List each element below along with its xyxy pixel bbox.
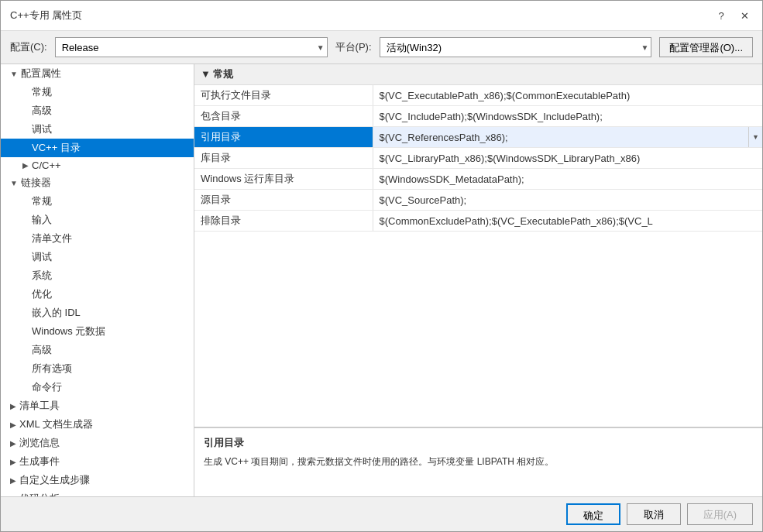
tree-toggle: ▶ <box>22 161 29 170</box>
config-label: 配置(C): <box>10 40 47 54</box>
tree-item-label: 浏览信息 <box>19 436 60 450</box>
prop-row-excl-dir[interactable]: 排除目录$(CommonExcludePath);$(VC_Executable… <box>194 211 762 232</box>
tree-item-linker-advanced[interactable]: 高级 <box>1 341 194 359</box>
tree-toggle: ▼ <box>10 179 18 187</box>
prop-value: $(CommonExcludePath);$(VC_ExecutablePath… <box>373 211 762 232</box>
tree-item-debug[interactable]: 调试 <box>1 120 194 139</box>
tree-item-vcpp-dirs[interactable]: VC++ 目录 <box>1 139 194 157</box>
tree-item-linker-idl[interactable]: 嵌入的 IDL <box>1 304 194 322</box>
description-panel: 引用目录 生成 VC++ 项目期间，搜索元数据文件时使用的路径。与环境变量 LI… <box>194 427 762 496</box>
prop-row-src-dir[interactable]: 源目录$(VC_SourcePath); <box>194 190 762 211</box>
tree-item-linker-system[interactable]: 系统 <box>1 266 194 285</box>
tree-item-manifest-tool[interactable]: ▶ 清单工具 <box>1 396 194 415</box>
tree-item-label: 配置属性 <box>21 67 61 81</box>
tree-item-label: 输入 <box>32 213 52 227</box>
title-bar: C++专用 属性页 ? ✕ <box>1 1 762 31</box>
tree-item-linker-manifest[interactable]: 清单文件 <box>1 229 194 248</box>
bottom-bar: 确定 取消 应用(A) <box>1 496 762 531</box>
tree-item-label: 调试 <box>32 122 52 136</box>
tree-item-xml-gen[interactable]: ▶ XML 文档生成器 <box>1 415 194 434</box>
tree-toggle: ▼ <box>10 70 18 78</box>
tree-item-label: 生成事件 <box>19 455 60 469</box>
prop-row-winrt-dir[interactable]: Windows 运行库目录$(WindowsSDK_MetadataPath); <box>194 169 762 190</box>
prop-label: 库目录 <box>194 148 373 169</box>
prop-value[interactable]: $(VC_ReferencesPath_x86);▼ <box>373 127 762 148</box>
prop-row-ref-dir[interactable]: 引用目录$(VC_ReferencesPath_x86);▼ <box>194 127 762 148</box>
tree-item-linker[interactable]: ▼ 链接器 <box>1 173 194 192</box>
tree-toggle: ▶ <box>10 476 16 485</box>
tree-item-label: XML 文档生成器 <box>19 417 93 431</box>
tree-item-label: 清单工具 <box>19 399 60 413</box>
tree-item-label: 优化 <box>32 287 52 301</box>
tree-item-label: 常规 <box>32 85 52 99</box>
tree-toggle: ▶ <box>10 439 16 448</box>
tree-item-linker-general[interactable]: 常规 <box>1 192 194 211</box>
prop-label: 可执行文件目录 <box>194 85 373 106</box>
tree-item-label: C/C++ <box>32 160 61 171</box>
config-manager-button[interactable]: 配置管理器(O)... <box>659 37 753 57</box>
config-select-wrap: Release ▼ <box>55 37 328 57</box>
ok-button[interactable]: 确定 <box>566 503 620 525</box>
tree-item-label: 自定义生成步骤 <box>19 473 90 487</box>
property-panel: ▼ 常规 可执行文件目录$(VC_ExecutablePath_x86);$(C… <box>194 64 762 496</box>
tree-item-linker-optimize[interactable]: 优化 <box>1 285 194 304</box>
cancel-button[interactable]: 取消 <box>627 503 681 525</box>
prop-label: 源目录 <box>194 190 373 211</box>
section-title: 常规 <box>213 68 233 80</box>
tree-item-linker-input[interactable]: 输入 <box>1 211 194 229</box>
tree-item-label: VC++ 目录 <box>32 141 81 155</box>
section-toggle: ▼ <box>201 68 213 80</box>
prop-label: 排除目录 <box>194 211 373 232</box>
prop-label: 引用目录 <box>194 127 373 148</box>
tree-item-label: 所有选项 <box>32 362 72 376</box>
tree-toggle: ▶ <box>10 458 16 466</box>
tree-item-label: 常规 <box>32 194 52 208</box>
platform-select-wrap: 活动(Win32) ▼ <box>380 37 652 57</box>
prop-value: $(VC_IncludePath);$(WindowsSDK_IncludePa… <box>373 106 762 127</box>
tree-item-label: 命令行 <box>32 380 62 394</box>
property-table: ▼ 常规 可执行文件目录$(VC_ExecutablePath_x86);$(C… <box>194 64 762 427</box>
tree-item-custom-build[interactable]: ▶ 自定义生成步骤 <box>1 471 194 489</box>
tree-item-label: 链接器 <box>21 176 51 190</box>
prop-value: $(VC_LibraryPath_x86);$(WindowsSDK_Libra… <box>373 148 762 169</box>
prop-dropdown-btn[interactable]: ▼ <box>748 127 762 147</box>
prop-value: $(VC_SourcePath); <box>373 190 762 211</box>
dialog-title: C++专用 属性页 <box>10 9 82 22</box>
tree-item-config-props[interactable]: ▼ 配置属性 <box>1 64 194 83</box>
tree-item-linker-windows[interactable]: Windows 元数据 <box>1 322 194 341</box>
prop-row-exec-dir[interactable]: 可执行文件目录$(VC_ExecutablePath_x86);$(Common… <box>194 85 762 106</box>
prop-row-include-dir[interactable]: 包含目录$(VC_IncludePath);$(WindowsSDK_Inclu… <box>194 106 762 127</box>
main-content: ▼ 配置属性常规高级调试VC++ 目录▶ C/C++▼ 链接器常规输入清单文件调… <box>1 63 762 496</box>
tree-item-label: 清单文件 <box>32 232 72 245</box>
apply-button[interactable]: 应用(A) <box>687 503 753 525</box>
tree-item-label: 调试 <box>32 250 52 264</box>
help-button[interactable]: ? <box>713 7 730 24</box>
tree-item-label: 高级 <box>32 343 52 357</box>
prop-label: Windows 运行库目录 <box>194 169 373 190</box>
tree-item-label: 高级 <box>32 104 52 118</box>
tree-item-build-events[interactable]: ▶ 生成事件 <box>1 452 194 471</box>
tree-item-advanced[interactable]: 高级 <box>1 101 194 120</box>
prop-value: $(VC_ExecutablePath_x86);$(CommonExecuta… <box>373 85 762 106</box>
tree-item-general[interactable]: 常规 <box>1 83 194 101</box>
tree-item-cpp[interactable]: ▶ C/C++ <box>1 157 194 173</box>
close-button[interactable]: ✕ <box>736 7 753 24</box>
platform-label: 平台(P): <box>335 40 372 54</box>
prop-value: $(WindowsSDK_MetadataPath); <box>373 169 762 190</box>
props-table: ▼ 常规 可执行文件目录$(VC_ExecutablePath_x86);$(C… <box>194 64 762 232</box>
tree-item-browse-info[interactable]: ▶ 浏览信息 <box>1 434 194 452</box>
tree-toggle: ▶ <box>10 402 16 410</box>
tree-item-linker-debug[interactable]: 调试 <box>1 248 194 266</box>
desc-text: 生成 VC++ 项目期间，搜索元数据文件时使用的路径。与环境变量 LIBPATH… <box>204 455 753 469</box>
config-select[interactable]: Release <box>55 37 328 57</box>
tree-item-label: 嵌入的 IDL <box>32 306 81 320</box>
tree-item-linker-all[interactable]: 所有选项 <box>1 359 194 378</box>
title-bar-buttons: ? ✕ <box>713 7 753 24</box>
tree-item-code-analysis[interactable]: ▶ 代码分析 <box>1 489 194 496</box>
prop-row-lib-dir[interactable]: 库目录$(VC_LibraryPath_x86);$(WindowsSDK_Li… <box>194 148 762 169</box>
tree-item-label: 系统 <box>32 269 52 283</box>
main-dialog: C++专用 属性页 ? ✕ 配置(C): Release ▼ 平台(P): 活动… <box>0 0 763 532</box>
tree-item-linker-cmdline[interactable]: 命令行 <box>1 378 194 396</box>
desc-title: 引用目录 <box>204 436 753 450</box>
platform-select[interactable]: 活动(Win32) <box>380 37 652 57</box>
